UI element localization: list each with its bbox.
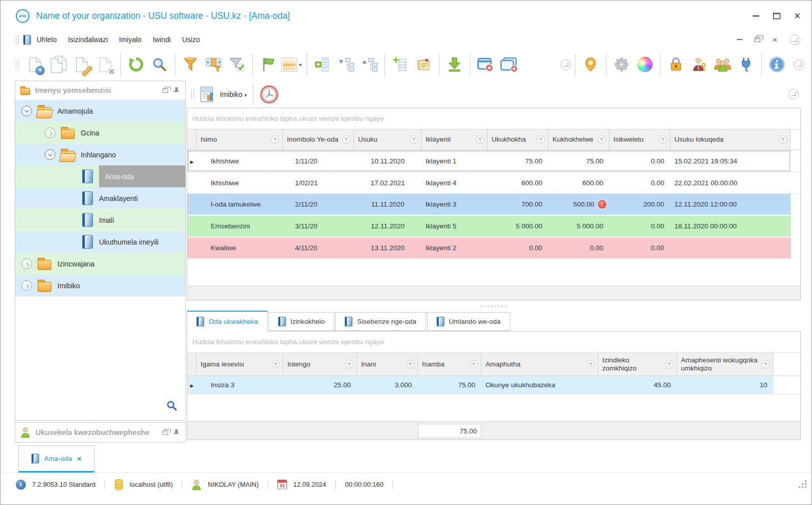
sidebar-item-ama-oda[interactable]: Ama-oda [15,165,185,187]
more-commands-icon[interactable] [561,59,571,70]
tree-search-button[interactable] [166,400,177,413]
service-cell[interactable]: 25.00 [283,376,357,394]
filter-icon[interactable] [476,136,484,144]
more-commands-icon[interactable] [788,89,799,99]
pin-icon[interactable] [173,429,179,436]
menu-uhlelo[interactable]: Uhlelo [31,36,62,44]
expand-node-icon[interactable] [45,127,55,138]
order-cell[interactable]: I-oda lamukelwe [197,194,283,215]
sidebar-item-imibiko[interactable]: Imibiko [15,275,185,296]
column-header-usuku-lokuqeda[interactable]: Usuku lokuqeda [670,129,791,150]
location-pin-button[interactable] [579,51,602,78]
notes-button[interactable] [412,51,435,78]
menu-imiyalo[interactable]: Imiyalo [113,36,147,44]
column-header-usuku[interactable]: Usuku [354,129,421,150]
filter-icon[interactable] [762,360,770,368]
sidebar-item-amamojula[interactable]: Amamojula [15,100,185,122]
column-header-amaphesenti[interactable]: Amaphesenti wokugqoka umkhiqizo [677,353,773,376]
order-cell[interactable]: 600.00 [548,172,609,193]
order-cell[interactable]: Iklayenti 2 [421,238,488,258]
order-cell[interactable]: 3/11/20 [283,216,354,237]
service-cell[interactable]: 75.00 [418,376,481,394]
order-cell[interactable]: 5 000.00 [548,216,609,237]
copy-document-button[interactable] [47,51,70,78]
filter-icon[interactable] [598,136,606,144]
order-cell[interactable]: 18.11.2020 00:00:00 [670,216,791,237]
filter-icon[interactable] [271,136,279,144]
sidebar-item-ukuthumela-imeyili[interactable]: Ukuthumela imeyili [15,231,185,253]
float-panel-icon[interactable] [163,88,168,93]
order-cell[interactable]: 12.11.2020 [354,216,421,237]
tab-izinkokhelo[interactable]: Izinkokhelo [269,312,335,331]
user-permissions-button[interactable] [688,51,711,78]
order-cell[interactable]: Iklayenti 5 [421,216,488,237]
order-cell[interactable]: 600.00 [488,172,548,193]
column-header-ukukhokha[interactable]: Ukukhokha [488,129,548,150]
order-cell[interactable]: 13.11.2020 [354,238,421,258]
filter-icon[interactable] [659,136,667,144]
refresh-button[interactable] [124,51,148,78]
filter-apply-button[interactable] [225,51,249,78]
order-row[interactable]: I-oda lamukelwe 2/11/20 11.11.2020 Iklay… [187,194,800,216]
mdi-close-icon[interactable] [772,36,777,44]
collapse-node-icon[interactable] [21,106,32,116]
close-window-button[interactable] [474,51,497,78]
document-tab-ama-oda[interactable]: Ama-oda [18,446,94,473]
sidebar-item-gcina[interactable]: Gcina [15,122,185,144]
menu-iwindi[interactable]: Iwindi [147,36,177,44]
order-cell[interactable]: 0.00 [488,238,548,258]
minimize-icon[interactable] [753,15,759,17]
color-theme-button[interactable] [633,51,657,78]
order-cell[interactable]: 10.11.2020 [354,150,421,172]
order-cell[interactable]: 75.00 [548,150,609,172]
clock-button[interactable] [259,85,279,104]
search-button[interactable] [148,51,171,78]
service-cell[interactable]: Okunye ukukhubazeka [481,376,598,394]
menu-isizindalwazi[interactable]: Isizindalwazi [62,36,114,44]
reports-dropdown-button[interactable]: Imibiko [220,90,247,98]
order-row-selected[interactable]: Ikhishiwe 1/11/20 10.11.2020 Iklayenti 1… [187,150,800,172]
filter-icon[interactable] [587,360,595,368]
order-cell[interactable]: 0.00 [609,238,670,258]
maximize-icon[interactable] [773,13,781,19]
order-cell[interactable]: Iklayenti 4 [421,172,488,193]
order-cell[interactable]: 500.00 [548,194,609,215]
filter-icon[interactable] [537,136,545,144]
info-button[interactable] [765,51,789,78]
close-icon[interactable] [794,11,800,21]
group-rows-button[interactable] [311,51,334,78]
collapse-tree-button[interactable] [358,51,381,78]
sidebar-item-izincwajana[interactable]: Izincwajana [15,253,185,275]
service-cell[interactable]: 10 [677,376,773,394]
filter-icon[interactable] [470,360,478,368]
service-cell[interactable]: Insiza 3 [197,376,283,394]
settings-button[interactable] [610,51,633,78]
flag-button[interactable] [256,51,280,78]
support-panel-header[interactable]: Ukusekela kwezobuchwepheshe [15,422,186,443]
toolbar-grip[interactable] [16,35,19,45]
order-cell[interactable]: 0.00 [548,238,609,258]
order-cell[interactable]: 12.11.2020 12:00:00 [670,194,791,215]
toolbar-grip[interactable] [191,89,194,99]
column-header-isikweletu[interactable]: Isikweletu [609,129,670,150]
tab-umlando-we-oda[interactable]: Umlando we-oda [427,312,510,331]
sidebar-item-imali[interactable]: Imali [15,209,185,231]
order-row[interactable]: Emsebenzini 3/11/20 12.11.2020 Iklayenti… [187,216,800,238]
filter-columns-button[interactable] [202,51,225,78]
order-cell[interactable]: 1/11/20 [283,150,354,172]
pin-icon[interactable] [173,87,179,94]
order-cell[interactable]: 2/11/20 [283,194,354,215]
order-cell[interactable]: 0.00 [609,216,670,237]
mdi-minimize-icon[interactable] [737,39,742,41]
delete-document-button[interactable] [93,51,117,78]
service-row[interactable]: Insiza 3 25.00 3.000 75.00 Okunye ukukhu… [187,376,800,394]
filter-icon[interactable] [779,136,787,144]
column-header-kukhokhelwe[interactable]: Kukhokhelwe [548,129,609,150]
tab-sisebenze-nge-oda[interactable]: Sisebenze nge-oda [335,312,426,331]
plugin-button[interactable] [734,51,758,78]
order-cell[interactable]: 1/02/21 [283,172,354,193]
image-button[interactable] [280,51,303,78]
order-cell[interactable]: 700.00 [488,194,548,215]
edit-document-button[interactable] [70,51,93,78]
order-cell[interactable] [670,238,791,258]
